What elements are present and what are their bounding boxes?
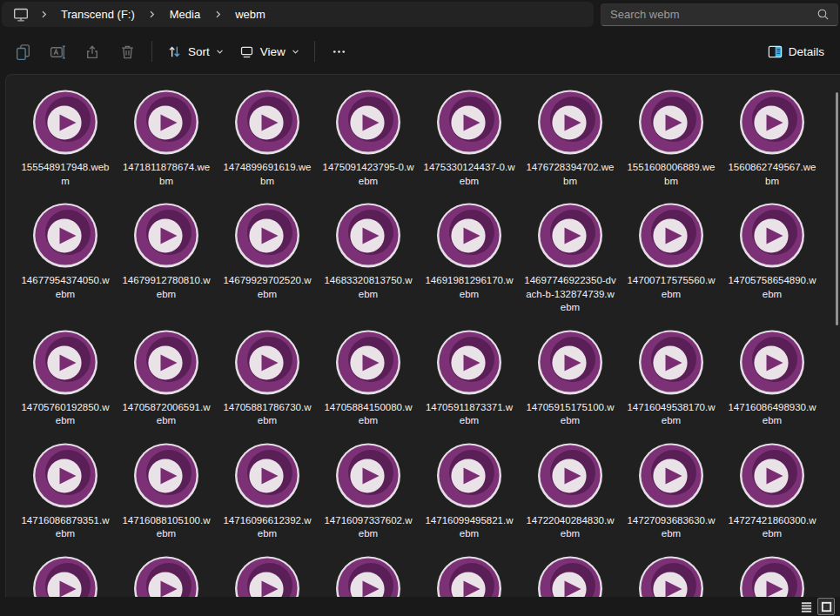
copy-icon: [14, 43, 32, 61]
file-item[interactable]: 14677954374050.webm: [17, 200, 114, 313]
file-name: 14700717575560.webm: [625, 274, 717, 301]
mpv-play-icon: [737, 87, 807, 157]
mpv-play-icon: [30, 327, 100, 397]
mpv-play-icon: [535, 440, 605, 510]
mpv-play-icon: [333, 440, 403, 510]
file-item[interactable]: 1471811878674.webm: [118, 87, 215, 200]
view-icon: [239, 44, 255, 60]
details-label: Details: [789, 45, 824, 58]
delete-button[interactable]: [110, 36, 144, 67]
file-item[interactable]: 14716096612392.webm: [218, 440, 316, 553]
search-box[interactable]: [601, 3, 838, 26]
file-name: 14683320813750.webm: [322, 274, 414, 301]
copy-button[interactable]: [5, 36, 40, 67]
file-item[interactable]: 14716049538170.webm: [622, 327, 720, 440]
breadcrumb-item-webm[interactable]: webm: [228, 4, 272, 24]
rename-icon: [49, 43, 67, 61]
file-name: 14727421860300.webm: [726, 514, 818, 541]
file-item[interactable]: 14679912780810.webm: [118, 200, 215, 313]
mpv-play-icon: [333, 87, 403, 157]
file-name: 14705758654890.webm: [726, 274, 818, 301]
rename-button[interactable]: [40, 36, 75, 67]
details-button[interactable]: Details: [760, 36, 831, 67]
vertical-scrollbar-thumb[interactable]: [836, 92, 838, 325]
file-item[interactable]: 14705881786730.webm: [218, 327, 316, 440]
sort-button[interactable]: Sort: [159, 36, 232, 67]
breadcrumb-chevron[interactable]: [207, 3, 228, 26]
file-explorer-window: Transcend (F:) Media webm: [0, 0, 840, 616]
file-item[interactable]: 14705760192850.webm: [17, 327, 114, 440]
file-item[interactable]: 14700717575560.webm: [622, 200, 720, 313]
mpv-play-icon: [232, 87, 302, 157]
details-view-toggle[interactable]: [797, 598, 815, 615]
chevron-down-icon: [291, 47, 300, 57]
share-button[interactable]: [75, 36, 110, 67]
file-name: 1471811878674.webm: [120, 161, 212, 188]
file-item[interactable]: 14716086498930.webm: [723, 327, 821, 440]
file-name: 14705872006591.webm: [120, 401, 212, 428]
list-view-icon: [800, 600, 813, 613]
mpv-play-icon: [434, 200, 504, 270]
toolbar-divider: [151, 41, 152, 62]
file-item[interactable]: 14716088105100.webm: [118, 440, 215, 553]
file-item[interactable]: 1475330124437-0.webm: [420, 87, 518, 200]
sort-label: Sort: [188, 45, 210, 58]
file-name: 14697746922350-dvach-b-132874739.webm: [524, 274, 616, 315]
content-area: 155548917948.webm 1471811878674.webm 147…: [5, 74, 840, 616]
mpv-play-icon: [636, 200, 706, 270]
mpv-play-icon: [737, 200, 807, 270]
large-icons-view-toggle[interactable]: [817, 598, 835, 615]
file-item[interactable]: 14697746922350-dvach-b-132874739.webm: [521, 200, 619, 327]
file-item[interactable]: 1474899691619.webm: [218, 87, 316, 200]
search-icon[interactable]: [816, 7, 830, 22]
breadcrumb-chevron[interactable]: [142, 3, 163, 26]
mpv-play-icon: [737, 440, 807, 510]
file-item[interactable]: 14716099495821.webm: [420, 440, 518, 553]
file-name: 14705760192850.webm: [19, 401, 111, 428]
search-input[interactable]: [610, 8, 816, 21]
file-item[interactable]: 1475091423795-0.webm: [319, 87, 417, 200]
file-item[interactable]: 155548917948.webm: [17, 87, 114, 200]
chevron-right-icon: [39, 10, 49, 19]
file-name: 14722040284830.webm: [524, 514, 616, 541]
file-item[interactable]: 14705758654890.webm: [723, 200, 821, 313]
mpv-play-icon: [232, 200, 302, 270]
large-icons-view-icon: [820, 600, 833, 613]
toolbar: Sort View: [0, 29, 840, 74]
file-item[interactable]: 14705884150080.webm: [319, 327, 417, 440]
file-item[interactable]: 14705915175100.webm: [521, 327, 619, 440]
mpv-play-icon: [333, 327, 403, 397]
file-item[interactable]: 14722040284830.webm: [521, 440, 619, 553]
breadcrumb-item-drive[interactable]: Transcend (F:): [54, 4, 142, 24]
chevron-right-icon: [147, 10, 157, 19]
this-pc-button[interactable]: [9, 3, 33, 26]
breadcrumb-chevron[interactable]: [33, 3, 54, 26]
file-item[interactable]: 14716097337602.webm: [319, 440, 417, 553]
file-item[interactable]: 1551608006889.webm: [622, 87, 720, 200]
mpv-play-icon: [30, 200, 100, 270]
file-item[interactable]: 14683320813750.webm: [319, 200, 417, 313]
address-bar[interactable]: Transcend (F:) Media webm: [2, 2, 594, 27]
mpv-play-icon: [535, 327, 605, 397]
file-item[interactable]: 1560862749567.webm: [723, 87, 821, 200]
file-item[interactable]: 14691981296170.webm: [420, 200, 518, 313]
file-name: 14677954374050.webm: [19, 274, 111, 301]
mpv-play-icon: [131, 87, 201, 157]
file-item[interactable]: 14705911873371.webm: [420, 327, 518, 440]
see-more-button[interactable]: [322, 36, 357, 67]
file-item[interactable]: 14716086879351.webm: [17, 440, 114, 553]
mpv-play-icon: [434, 440, 504, 510]
file-name: 155548917948.webm: [19, 161, 111, 188]
file-name: 14679912780810.webm: [120, 274, 212, 301]
file-item[interactable]: 14679929702520.webm: [218, 200, 316, 313]
mpv-play-icon: [30, 87, 100, 157]
status-bar: [0, 597, 840, 616]
breadcrumb-item-media[interactable]: Media: [163, 4, 207, 24]
file-item[interactable]: 14705872006591.webm: [118, 327, 215, 440]
file-item[interactable]: 1476728394702.webm: [521, 87, 619, 200]
view-button[interactable]: View: [232, 36, 307, 67]
file-item[interactable]: 14727421860300.webm: [723, 440, 821, 553]
view-label: View: [260, 45, 286, 58]
file-item[interactable]: 14727093683630.webm: [622, 440, 720, 553]
mpv-play-icon: [636, 327, 706, 397]
